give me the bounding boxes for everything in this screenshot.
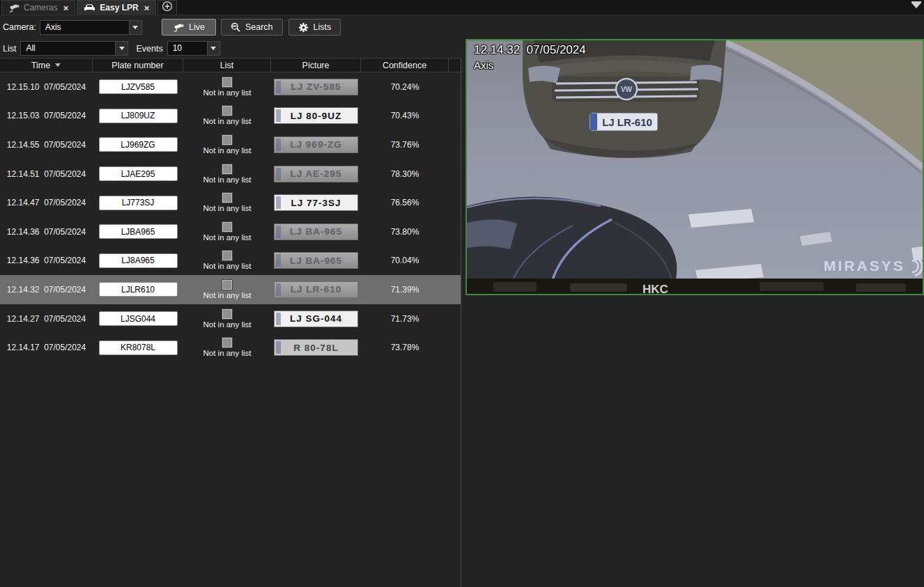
- lpr-events-table: Time Plate number List Picture Confidenc…: [0, 58, 461, 362]
- table-row[interactable]: 12.14.55 07/05/2024 LJ969ZG Not in any l…: [0, 130, 461, 159]
- table-row[interactable]: 12.15.10 07/05/2024 LJZV585 Not in any l…: [0, 72, 461, 102]
- table-row[interactable]: 12.14.36 07/05/2024 LJBA965 Not in any l…: [0, 217, 461, 246]
- table-row[interactable]: 12.14.36 07/05/2024 LJ8A965 Not in any l…: [0, 246, 461, 276]
- plate-picture: LJ BA-965: [274, 224, 358, 240]
- plate-number-field[interactable]: LJ8A965: [99, 253, 178, 268]
- column-header-picture[interactable]: Picture: [271, 58, 361, 72]
- tab-cameras[interactable]: Cameras ×: [1, 0, 75, 15]
- table-body: 12.15.10 07/05/2024 LJZV585 Not in any l…: [0, 72, 461, 362]
- plate-picture: LJ 80-9UZ: [274, 107, 358, 124]
- foreground-truck: HKC: [467, 279, 923, 294]
- live-video-panel[interactable]: VW LJ LR-610: [465, 39, 924, 295]
- chevron-down-icon[interactable]: [207, 42, 220, 55]
- table-header: Time Plate number List Picture Confidenc…: [0, 58, 461, 72]
- tab-overflow-icon[interactable]: [911, 3, 921, 8]
- table-row[interactable]: 12.14.47 07/05/2024 LJ773SJ Not in any l…: [0, 188, 461, 217]
- filter-row: List All Events 10: [0, 39, 461, 58]
- video-timestamp: 12.14.32 07/05/2024: [474, 43, 586, 57]
- chevron-down-icon[interactable]: [115, 42, 128, 55]
- tab-cameras-label: Cameras: [24, 3, 58, 13]
- event-time: 12.14.17 07/05/2024: [0, 343, 93, 352]
- event-time: 12.14.51 07/05/2024: [0, 169, 93, 179]
- plate-picture: LJ LR-610: [274, 281, 358, 298]
- events-count-select[interactable]: 10: [167, 41, 220, 56]
- column-header-time[interactable]: Time: [0, 58, 93, 72]
- table-row[interactable]: 12.14.51 07/05/2024 LJAE295 Not in any l…: [0, 159, 461, 189]
- confidence-value: 70.04%: [361, 256, 449, 265]
- plate-eu-strip: [276, 168, 281, 180]
- camera-select-value: Axis: [40, 21, 129, 34]
- column-header-plate[interactable]: Plate number: [93, 58, 183, 72]
- plate-number-field[interactable]: LJ773SJ: [99, 196, 178, 210]
- plate-number-field[interactable]: LJBA965: [99, 224, 178, 239]
- chevron-down-icon[interactable]: [129, 21, 141, 34]
- list-status-label: Not in any list: [203, 349, 251, 357]
- table-row[interactable]: 12.14.32 07/05/2024 LJLR610 Not in any l…: [0, 275, 461, 304]
- close-icon[interactable]: ×: [63, 3, 69, 13]
- list-status-label: Not in any list: [203, 233, 251, 242]
- event-time: 12.14.27 07/05/2024: [0, 314, 93, 324]
- list-checkbox[interactable]: [222, 280, 232, 290]
- list-status-label: Not in any list: [203, 117, 251, 125]
- add-tab-button[interactable]: [157, 0, 177, 15]
- list-checkbox[interactable]: [222, 222, 232, 232]
- plate-number-field[interactable]: LJAE295: [99, 166, 178, 181]
- event-time: 12.14.47 07/05/2024: [0, 198, 93, 208]
- plate-eu-strip: [276, 109, 281, 122]
- live-button[interactable]: Live: [162, 19, 216, 36]
- confidence-value: 71.39%: [361, 285, 449, 295]
- list-checkbox[interactable]: [222, 193, 232, 203]
- list-checkbox[interactable]: [222, 164, 232, 174]
- plate-number-field[interactable]: KR8078L: [99, 341, 178, 355]
- table-row[interactable]: 12.14.27 07/05/2024 LJSG044 Not in any l…: [0, 304, 461, 334]
- list-filter-select[interactable]: All: [20, 41, 128, 56]
- confidence-value: 73.78%: [361, 343, 449, 352]
- column-header-spacer: [449, 58, 461, 72]
- lists-button-label: Lists: [314, 22, 332, 32]
- list-checkbox[interactable]: [222, 106, 232, 116]
- confidence-value: 70.24%: [361, 82, 449, 92]
- list-checkbox[interactable]: [222, 135, 232, 145]
- table-row[interactable]: 12.14.17 07/05/2024 KR8078L Not in any l…: [0, 333, 461, 362]
- column-header-list[interactable]: List: [183, 58, 271, 72]
- plate-eu-strip: [276, 283, 281, 296]
- plate-eu-strip: [276, 81, 281, 93]
- close-icon[interactable]: ×: [144, 3, 150, 13]
- magnifier-icon: ABC: [231, 22, 240, 32]
- events-filter-label: Events: [136, 44, 162, 54]
- plate-number-field[interactable]: LJZV585: [99, 79, 178, 94]
- table-row[interactable]: 12.15.03 07/05/2024 LJ809UZ Not in any l…: [0, 102, 461, 131]
- search-button[interactable]: ABC Search: [221, 19, 283, 36]
- plus-circle-icon: [162, 1, 173, 15]
- plate-picture: LJ SG-044: [274, 311, 358, 327]
- plate-number-field[interactable]: LJ969ZG: [99, 137, 178, 152]
- list-status-label: Not in any list: [203, 175, 251, 184]
- confidence-value: 73.80%: [361, 227, 449, 237]
- list-status-label: Not in any list: [203, 204, 251, 212]
- column-header-confidence[interactable]: Confidence: [361, 58, 449, 72]
- plate-number-field[interactable]: LJ809UZ: [99, 109, 178, 123]
- plate-eu-strip: [276, 254, 281, 267]
- confidence-value: 70.43%: [361, 111, 449, 120]
- tab-easy-lpr[interactable]: Easy LPR ×: [77, 0, 156, 15]
- camera-label: Camera:: [3, 22, 36, 32]
- plate-picture: LJ 969-ZG: [274, 136, 358, 153]
- svg-text:ABC: ABC: [232, 25, 238, 28]
- event-time: 12.14.36 07/05/2024: [0, 227, 93, 237]
- list-checkbox[interactable]: [222, 77, 232, 87]
- list-checkbox[interactable]: [222, 309, 232, 319]
- plate-number-field[interactable]: LJLR610: [99, 282, 178, 297]
- plate-picture: LJ BA-965: [274, 252, 358, 269]
- plate-number-field[interactable]: LJSG044: [99, 311, 178, 326]
- lists-button[interactable]: Lists: [288, 19, 341, 36]
- list-checkbox[interactable]: [222, 251, 232, 260]
- list-checkbox[interactable]: [222, 338, 232, 347]
- camera-select[interactable]: Axis: [40, 20, 142, 35]
- list-status-label: Not in any list: [203, 146, 251, 155]
- event-time: 12.14.36 07/05/2024: [0, 256, 93, 265]
- confidence-value: 71.73%: [361, 314, 449, 324]
- confidence-value: 73.76%: [361, 140, 449, 150]
- event-time: 12.14.55 07/05/2024: [0, 140, 93, 150]
- plate-eu-strip: [276, 313, 281, 325]
- sort-desc-icon: [55, 63, 61, 67]
